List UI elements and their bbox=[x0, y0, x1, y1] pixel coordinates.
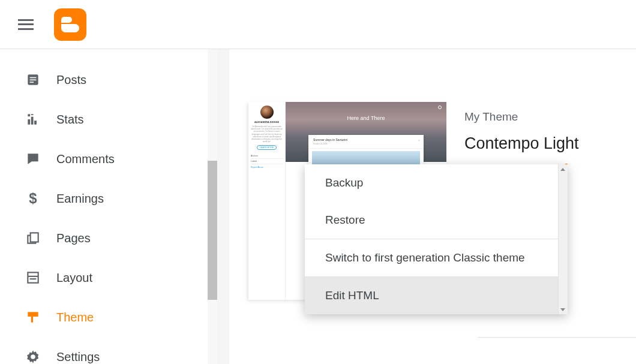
preview-archive-label: Archive bbox=[251, 154, 283, 159]
sidebar-item-pages[interactable]: Pages bbox=[0, 218, 217, 258]
dropdown-scrollbar-track[interactable] bbox=[558, 164, 568, 314]
preview-post-date: October 16, 2016 bbox=[313, 143, 419, 145]
chevron-up-icon bbox=[560, 168, 565, 171]
svg-rect-1 bbox=[30, 77, 37, 79]
svg-rect-6 bbox=[34, 121, 37, 125]
main-container: Posts Stats Comments $ Earnings Pages bbox=[0, 49, 636, 364]
sidebar-item-label: Stats bbox=[56, 113, 84, 127]
blogger-logo[interactable] bbox=[54, 8, 86, 41]
sidebar-item-label: Theme bbox=[56, 311, 94, 324]
comments-icon bbox=[25, 151, 41, 167]
preview-avatar bbox=[260, 106, 274, 119]
theme-info: My Theme Contempo Light bbox=[446, 102, 579, 153]
svg-text:$: $ bbox=[29, 191, 37, 206]
svg-rect-8 bbox=[31, 114, 34, 115]
posts-icon bbox=[25, 72, 41, 88]
sidebar-item-label: Earnings bbox=[56, 192, 104, 206]
theme-actions-dropdown: Backup Restore Switch to first generatio… bbox=[305, 164, 568, 314]
preview-author-name: ALEXANDRA KIOSSE bbox=[251, 121, 283, 124]
preview-post-header: Summer days in Santorini < October 16, 2… bbox=[308, 135, 424, 149]
dropdown-item-label: Switch to first generation Classic theme bbox=[325, 251, 525, 264]
svg-rect-3 bbox=[30, 82, 34, 83]
preview-labels-label: Labels bbox=[251, 159, 283, 164]
svg-rect-4 bbox=[28, 119, 30, 125]
hamburger-icon bbox=[18, 19, 34, 21]
svg-rect-11 bbox=[28, 272, 38, 282]
theme-section-label: My Theme bbox=[464, 110, 579, 124]
sidebar-item-settings[interactable]: Settings bbox=[0, 337, 217, 364]
svg-point-17 bbox=[31, 354, 35, 359]
settings-icon bbox=[25, 349, 41, 364]
main-content: Here and There ALEXANDRA KIOSSE I'm Alex… bbox=[217, 49, 636, 364]
dropdown-scroll-down-button[interactable] bbox=[558, 305, 568, 314]
dropdown-item-label: Backup bbox=[325, 176, 363, 189]
pages-icon bbox=[25, 230, 41, 246]
dropdown-item-label: Edit HTML bbox=[325, 289, 379, 302]
dropdown-item-label: Restore bbox=[325, 213, 365, 226]
menu-toggle-button[interactable] bbox=[18, 19, 34, 30]
blogger-logo-icon bbox=[61, 17, 79, 32]
svg-rect-15 bbox=[31, 317, 33, 323]
sidebar-item-label: Pages bbox=[56, 231, 91, 245]
sidebar: Posts Stats Comments $ Earnings Pages bbox=[0, 49, 217, 364]
preview-hero-title: Here and There bbox=[286, 102, 446, 121]
preview-bio: I'm Alexandra and I am a passionate abou… bbox=[251, 125, 283, 143]
sidebar-item-label: Comments bbox=[56, 152, 115, 166]
sidebar-item-earnings[interactable]: $ Earnings bbox=[0, 179, 217, 218]
preview-search-icon bbox=[438, 106, 442, 109]
preview-learn-more: LEARN MORE bbox=[257, 145, 277, 150]
preview-report-link: Report Abuse bbox=[251, 164, 283, 169]
theme-icon bbox=[25, 309, 41, 325]
dropdown-item-restore[interactable]: Restore bbox=[305, 201, 568, 239]
sidebar-item-stats[interactable]: Stats bbox=[0, 100, 217, 139]
svg-rect-14 bbox=[28, 312, 38, 317]
preview-sidebar: ALEXANDRA KIOSSE I'm Alexandra and I am … bbox=[248, 102, 286, 300]
dropdown-item-switch-classic[interactable]: Switch to first generation Classic theme bbox=[305, 239, 568, 276]
sidebar-item-layout[interactable]: Layout bbox=[0, 258, 217, 297]
dropdown-scroll-up-button[interactable] bbox=[558, 164, 568, 174]
dropdown-item-backup[interactable]: Backup bbox=[305, 164, 568, 201]
dropdown-item-edit-html[interactable]: Edit HTML bbox=[305, 277, 568, 314]
svg-rect-10 bbox=[31, 233, 38, 242]
theme-name: Contempo Light bbox=[464, 134, 579, 153]
svg-rect-5 bbox=[31, 117, 34, 125]
app-header bbox=[0, 0, 636, 49]
svg-rect-2 bbox=[30, 79, 37, 80]
content-divider bbox=[478, 337, 636, 338]
layout-icon bbox=[25, 270, 41, 285]
stats-icon bbox=[25, 112, 41, 127]
sidebar-item-label: Layout bbox=[56, 271, 92, 285]
sidebar-item-label: Settings bbox=[56, 350, 100, 364]
sidebar-item-comments[interactable]: Comments bbox=[0, 139, 217, 179]
sidebar-item-theme[interactable]: Theme bbox=[0, 297, 217, 337]
svg-rect-7 bbox=[28, 114, 30, 116]
sidebar-item-label: Posts bbox=[56, 73, 86, 87]
sidebar-item-posts[interactable]: Posts bbox=[0, 60, 217, 100]
main-left-strip bbox=[217, 49, 229, 364]
sidebar-scrollbar-thumb[interactable] bbox=[208, 161, 217, 300]
preview-share-icon: < bbox=[418, 139, 420, 142]
earnings-icon: $ bbox=[25, 191, 41, 206]
chevron-down-icon bbox=[560, 308, 565, 311]
preview-post-title: Summer days in Santorini bbox=[313, 138, 347, 142]
